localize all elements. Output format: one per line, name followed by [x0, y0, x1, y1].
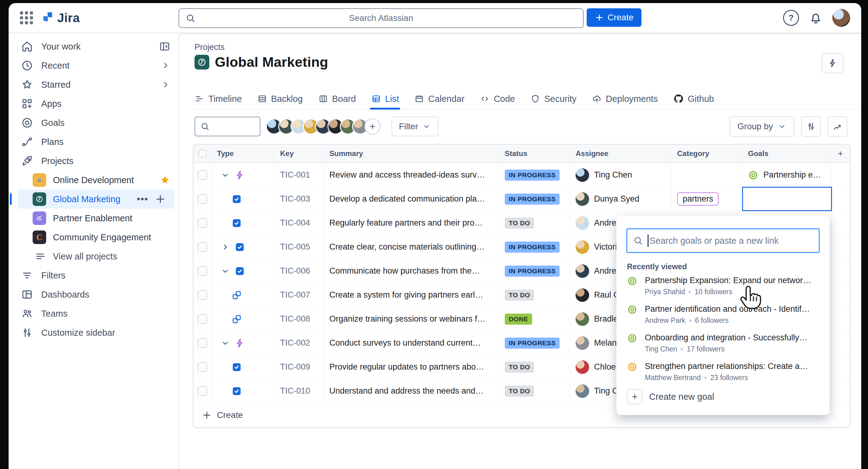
summary-cell[interactable]: Conduct surveys to understand current…: [324, 331, 499, 355]
project-add-icon[interactable]: [155, 193, 166, 205]
goal-option[interactable]: Partnership Expansion: Expand our networ…: [627, 276, 822, 296]
row-checkbox[interactable]: [197, 290, 207, 300]
type-cell[interactable]: [212, 331, 275, 355]
sidebar-project-global-marketing[interactable]: Global Marketing •••: [18, 190, 174, 209]
sidebar-project-partner-enablement[interactable]: Partner Enablement: [9, 209, 179, 228]
status-cell[interactable]: IN PROGRESS: [499, 187, 570, 211]
sidebar-item-customize[interactable]: Customize sidebar: [9, 323, 179, 342]
key-cell[interactable]: TIC-008: [275, 307, 324, 331]
column-header-category[interactable]: Category: [672, 145, 742, 162]
group-by-button[interactable]: Group by: [730, 116, 795, 137]
table-row-TIC-003[interactable]: TIC-003Develop a dedicated communication…: [194, 187, 850, 211]
app-switcher-icon[interactable]: [20, 11, 33, 25]
status-cell[interactable]: TO DO: [499, 379, 570, 403]
row-checkbox[interactable]: [197, 170, 207, 180]
type-cell[interactable]: [212, 163, 275, 187]
status-cell[interactable]: DONE: [499, 307, 570, 331]
select-all-checkbox[interactable]: [198, 150, 207, 158]
summary-cell[interactable]: Organize training sessions or webinars f…: [324, 307, 499, 331]
sidebar-item-view-all-projects[interactable]: View all projects: [9, 247, 179, 266]
status-cell[interactable]: IN PROGRESS: [499, 163, 570, 187]
status-cell[interactable]: IN PROGRESS: [499, 259, 570, 283]
key-cell[interactable]: TIC-007: [275, 283, 324, 307]
jira-logo[interactable]: Jira: [40, 11, 80, 25]
tab-calendar[interactable]: Calendar: [414, 89, 464, 109]
key-cell[interactable]: TIC-002: [275, 331, 324, 355]
type-cell[interactable]: [212, 211, 275, 235]
status-cell[interactable]: TO DO: [499, 283, 570, 307]
sidebar-item-your-work[interactable]: Your work: [9, 37, 179, 56]
tab-list[interactable]: List: [371, 89, 399, 109]
sidebar-item-projects[interactable]: Projects: [9, 151, 179, 170]
summary-cell[interactable]: Create a system for giving partners earl…: [324, 283, 499, 307]
column-header-status[interactable]: Status: [499, 145, 570, 162]
assignee-cell[interactable]: Ting Chen: [570, 163, 672, 187]
key-cell[interactable]: TIC-006: [275, 259, 324, 283]
status-cell[interactable]: TO DO: [499, 355, 570, 379]
sidebar-item-plans[interactable]: Plans: [9, 132, 179, 151]
row-checkbox[interactable]: [197, 266, 207, 276]
list-search-input[interactable]: [194, 117, 260, 136]
summary-cell[interactable]: Create clear, concise materials outlinin…: [324, 235, 499, 259]
collapse-sidebar-icon[interactable]: [159, 41, 170, 52]
key-cell[interactable]: TIC-003: [275, 187, 324, 211]
create-new-goal-button[interactable]: + Create new goal: [627, 389, 714, 404]
tab-github[interactable]: Github: [673, 89, 714, 109]
tab-deployments[interactable]: Deployments: [592, 89, 658, 109]
add-member-icon[interactable]: +: [365, 119, 380, 134]
sidebar-item-recent[interactable]: Recent: [9, 56, 179, 75]
table-row-TIC-001[interactable]: TIC-001Review and access threaded-ideas …: [194, 163, 850, 187]
type-cell[interactable]: [212, 307, 275, 331]
chevron-down-icon[interactable]: [221, 267, 230, 276]
type-cell[interactable]: [212, 355, 275, 379]
chevron-down-icon[interactable]: [221, 339, 230, 348]
column-header-assignee[interactable]: Assignee: [570, 145, 672, 162]
goals-cell[interactable]: Partnership e…: [742, 163, 832, 187]
filter-button[interactable]: Filter: [392, 117, 438, 136]
summary-cell[interactable]: Provide regular updates to partners abo…: [324, 355, 499, 379]
sidebar-item-starred[interactable]: Starred: [9, 75, 179, 94]
add-column-button[interactable]: [832, 145, 849, 162]
column-header-type[interactable]: Type: [212, 145, 275, 162]
row-checkbox[interactable]: [197, 242, 207, 252]
view-settings-button[interactable]: [801, 116, 821, 137]
column-header-goals[interactable]: Goals: [742, 145, 832, 162]
summary-cell[interactable]: Regularly feature partners and their pro…: [324, 211, 499, 235]
column-header-key[interactable]: Key: [275, 145, 324, 162]
sidebar-project-online-development[interactable]: Online Development: [9, 170, 179, 190]
help-icon[interactable]: ?: [783, 10, 799, 26]
sidebar-project-community-engagement[interactable]: C Community Engagement: [9, 228, 179, 247]
sidebar-item-teams[interactable]: Teams: [9, 304, 179, 323]
breadcrumb[interactable]: Projects: [194, 42, 225, 52]
goal-option[interactable]: Strengthen partner relationships: Create…: [627, 362, 822, 382]
tab-timeline[interactable]: Timeline: [194, 89, 242, 109]
status-cell[interactable]: IN PROGRESS: [499, 235, 570, 259]
status-cell[interactable]: TO DO: [499, 211, 570, 235]
type-cell[interactable]: [212, 259, 275, 283]
key-cell[interactable]: TIC-001: [275, 163, 324, 187]
key-cell[interactable]: TIC-010: [275, 379, 324, 403]
tab-backlog[interactable]: Backlog: [257, 89, 303, 109]
goal-option[interactable]: Onboarding and integration - Successfull…: [627, 333, 822, 353]
insights-button[interactable]: [828, 116, 847, 137]
automation-lightning-button[interactable]: [822, 53, 843, 73]
row-checkbox[interactable]: [197, 386, 207, 396]
tab-board[interactable]: Board: [318, 89, 356, 109]
sidebar-item-filters[interactable]: Filters: [9, 266, 179, 285]
assignee-cell[interactable]: Dunya Syed: [570, 187, 672, 211]
row-checkbox[interactable]: [197, 218, 207, 228]
project-more-icon[interactable]: •••: [137, 194, 148, 204]
sidebar-item-dashboards[interactable]: Dashboards: [9, 285, 179, 304]
tab-security[interactable]: Security: [530, 89, 577, 109]
type-cell[interactable]: [212, 379, 275, 403]
category-cell[interactable]: [672, 163, 742, 187]
member-avatars[interactable]: +: [270, 119, 380, 134]
key-cell[interactable]: TIC-009: [275, 355, 324, 379]
column-header-summary[interactable]: Summary: [324, 145, 499, 162]
sidebar-item-goals[interactable]: Goals: [9, 113, 179, 132]
goal-search-input[interactable]: Search goals or paste a new link: [626, 228, 820, 253]
summary-cell[interactable]: Develop a dedicated communication pla…: [324, 187, 499, 211]
goal-option[interactable]: Partner identification and outreach - Id…: [627, 304, 822, 325]
summary-cell[interactable]: Understand and address the needs and…: [324, 379, 499, 403]
row-checkbox[interactable]: [197, 194, 207, 204]
